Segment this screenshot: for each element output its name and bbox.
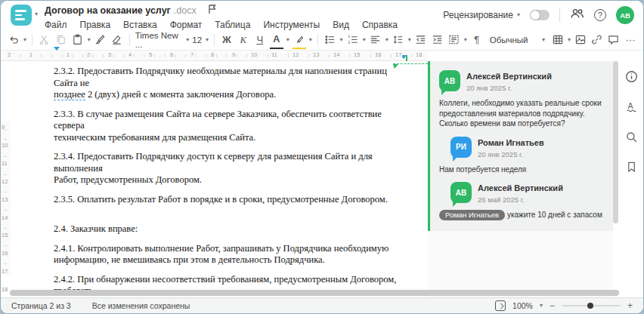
font-color-caret-icon[interactable]: ▾ bbox=[286, 37, 289, 43]
comment[interactable]: АВАлексей Вертинский26 май 2025 г.Роман … bbox=[439, 182, 604, 220]
app-window: ▾ Договор на оказание услуг .docx ФайлПр… bbox=[0, 0, 644, 314]
decrease-indent-button[interactable] bbox=[414, 32, 428, 48]
flag-icon[interactable] bbox=[207, 4, 217, 17]
highlight-button[interactable] bbox=[293, 31, 306, 49]
font-size-select[interactable]: 12▾ bbox=[192, 35, 209, 45]
insert-image-button[interactable] bbox=[574, 32, 587, 48]
show-marks-button[interactable]: ¶ bbox=[470, 32, 484, 48]
numbered-list-button[interactable]: 12 bbox=[346, 32, 360, 48]
app-menu-caret-icon[interactable]: ▾ bbox=[35, 11, 38, 17]
bullet-list-caret-icon[interactable]: ▾ bbox=[340, 37, 343, 43]
zoom-slider[interactable] bbox=[562, 305, 621, 306]
ruler-number: 10 bbox=[250, 51, 258, 58]
vertical-ruler[interactable]: 91011121314151617181920 bbox=[1, 122, 11, 275]
review-mode-select[interactable]: Рецензирование ▾ bbox=[443, 10, 520, 20]
menu-item[interactable]: Файл bbox=[45, 20, 67, 30]
ruler-number: 18 bbox=[415, 51, 423, 58]
paragraph-style-select[interactable]: Обычный▾ bbox=[490, 35, 545, 45]
insert-table-button[interactable] bbox=[551, 32, 565, 48]
info-icon[interactable] bbox=[625, 70, 638, 86]
doc-paragraph[interactable]: 2.3.2. Предоставить Подрядчику необходим… bbox=[54, 66, 409, 101]
ruler-number: 4 bbox=[128, 51, 132, 58]
ruler-number: 16 bbox=[2, 250, 8, 257]
menu-item[interactable]: Инструменты bbox=[263, 20, 320, 30]
ruler-number: 12 bbox=[292, 51, 299, 58]
doc-paragraph[interactable]: 2.4. Заказчик вправе: bbox=[54, 223, 409, 236]
track-changes-toggle[interactable] bbox=[530, 10, 550, 20]
font-name-value: Times New ... bbox=[135, 31, 184, 49]
comment-text: Нам потребуется неделя bbox=[439, 165, 604, 175]
doc-paragraph[interactable]: 2.4.1. Контролировать выполнение Работ, … bbox=[54, 243, 409, 266]
zoom-caret-icon[interactable]: ▾ bbox=[540, 303, 543, 309]
spellcheck-icon[interactable]: А bbox=[625, 100, 638, 116]
doc-paragraph[interactable]: 2.3.4. Предоставить Подрядчику доступ к … bbox=[54, 151, 409, 186]
fit-width-button[interactable] bbox=[495, 300, 506, 311]
zoom-out-button[interactable]: − bbox=[550, 301, 555, 310]
numbered-list-caret-icon[interactable]: ▾ bbox=[363, 37, 366, 43]
ruler-number: 8 bbox=[210, 51, 215, 58]
zoom-slider-handle[interactable] bbox=[587, 303, 593, 309]
font-color-button[interactable]: А bbox=[270, 31, 283, 49]
paste-caret-icon[interactable]: ▾ bbox=[88, 37, 91, 43]
bold-button[interactable]: Ж bbox=[220, 32, 234, 48]
paragraph-settings-button[interactable] bbox=[447, 32, 461, 48]
ruler-number: 18 bbox=[2, 286, 8, 293]
collaborators-icon[interactable] bbox=[570, 8, 584, 23]
document-page[interactable]: 2.3.2. Предоставить Подрядчику необходим… bbox=[54, 66, 409, 314]
page-indicator[interactable]: Страница 2 из 3 bbox=[11, 301, 71, 310]
italic-button[interactable]: К bbox=[237, 32, 250, 48]
horizontal-ruler[interactable]: 21123456789101112131415161718 bbox=[1, 51, 428, 61]
app-logo-icon[interactable] bbox=[11, 5, 32, 26]
comment-date: 26 май 2025 г. bbox=[478, 195, 563, 204]
chevron-down-icon: ▾ bbox=[186, 37, 189, 43]
comment[interactable]: АВАлексей Вертинский20 янв 2025 г.Коллег… bbox=[439, 70, 604, 129]
cut-button[interactable] bbox=[38, 32, 51, 48]
paragraph-settings-caret-icon[interactable]: ▾ bbox=[464, 37, 467, 43]
insert-table-caret-icon[interactable]: ▾ bbox=[568, 37, 571, 43]
font-name-select[interactable]: Times New ...▾ bbox=[135, 31, 190, 49]
comment[interactable]: РИРоман Игнатьев20 янв 2025 г.Нам потреб… bbox=[439, 137, 604, 175]
comment-thread[interactable]: АВАлексей Вертинский20 янв 2025 г.Коллег… bbox=[428, 61, 613, 231]
menu-item[interactable]: Таблица bbox=[215, 20, 250, 30]
doc-paragraph[interactable]: 2.3.3. В случае размещения Сайта на серв… bbox=[54, 109, 409, 144]
doc-paragraph[interactable]: 2.3.5. Оплатить результат Работ в порядк… bbox=[54, 194, 409, 206]
format-painter-button[interactable] bbox=[94, 32, 107, 48]
more-tools-button[interactable]: ··· bbox=[624, 32, 637, 48]
zoom-value[interactable]: 100% bbox=[512, 301, 533, 310]
insert-comment-button[interactable] bbox=[607, 32, 621, 48]
vertical-scrollbar[interactable] bbox=[613, 61, 618, 223]
align-button[interactable] bbox=[369, 32, 382, 48]
ruler-number: 11 bbox=[2, 160, 8, 167]
help-icon[interactable]: ? bbox=[594, 9, 606, 21]
comment-text: Роман Игнатьев укажите 10 дней с запасом bbox=[439, 210, 604, 220]
svg-text:2: 2 bbox=[348, 41, 351, 45]
user-avatar[interactable]: АВ bbox=[616, 6, 634, 24]
ruler-number: 17 bbox=[395, 51, 402, 58]
menu-item[interactable]: Правка bbox=[80, 20, 111, 30]
insert-link-button[interactable] bbox=[590, 32, 604, 48]
line-spacing-button[interactable] bbox=[392, 32, 405, 48]
menu-item[interactable]: Вставка bbox=[123, 20, 157, 30]
header-controls: Рецензирование ▾ ? АВ bbox=[443, 1, 634, 29]
toolbar: ▾ ▾ Times New ...▾ 12▾ Ж К Ч А ▾ ▾ bbox=[1, 29, 643, 51]
zoom-in-button[interactable]: + bbox=[627, 301, 633, 310]
copy-button[interactable] bbox=[54, 32, 68, 48]
paste-button[interactable] bbox=[71, 32, 85, 48]
clear-format-button[interactable] bbox=[110, 32, 124, 48]
undo-caret-icon[interactable]: ▾ bbox=[23, 37, 26, 43]
increase-indent-button[interactable] bbox=[431, 32, 444, 48]
title-block: Договор на оказание услуг .docx ФайлПрав… bbox=[45, 4, 398, 30]
menu-item[interactable]: Вид bbox=[333, 20, 349, 30]
menu-item[interactable]: Формат bbox=[170, 20, 203, 30]
underline-button[interactable]: Ч bbox=[253, 32, 267, 48]
highlight-caret-icon[interactable]: ▾ bbox=[309, 37, 312, 43]
search-icon[interactable] bbox=[625, 131, 638, 146]
align-caret-icon[interactable]: ▾ bbox=[385, 37, 389, 43]
undo-button[interactable] bbox=[7, 32, 20, 48]
bookmark-icon[interactable] bbox=[626, 161, 637, 176]
horizontal-scrollbar[interactable] bbox=[10, 290, 619, 296]
ruler-number: 13 bbox=[312, 51, 320, 58]
bullet-list-button[interactable] bbox=[324, 32, 337, 48]
menu-item[interactable]: Справка bbox=[362, 20, 398, 30]
line-spacing-caret-icon[interactable]: ▾ bbox=[408, 37, 411, 43]
